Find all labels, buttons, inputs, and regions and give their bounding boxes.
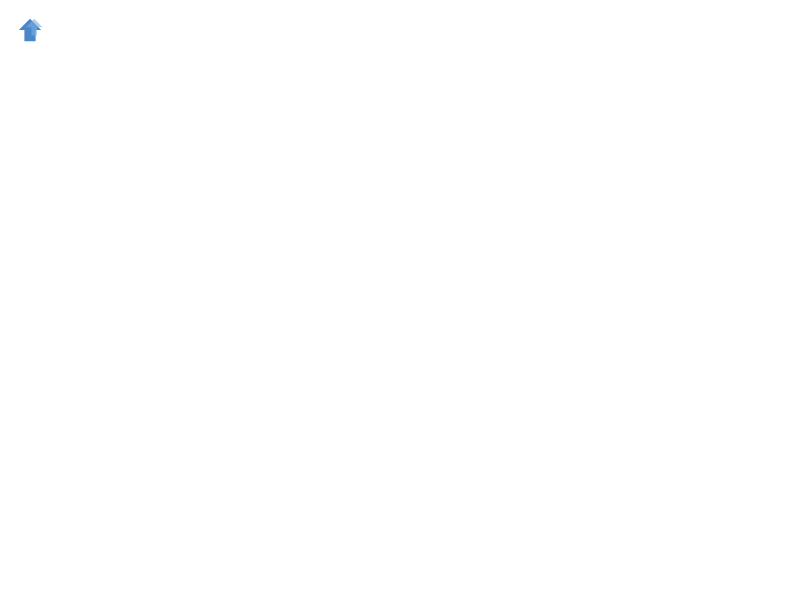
logo (16, 16, 48, 44)
svg-marker-0 (19, 19, 41, 41)
header (16, 16, 776, 44)
logo-icon (16, 16, 44, 44)
